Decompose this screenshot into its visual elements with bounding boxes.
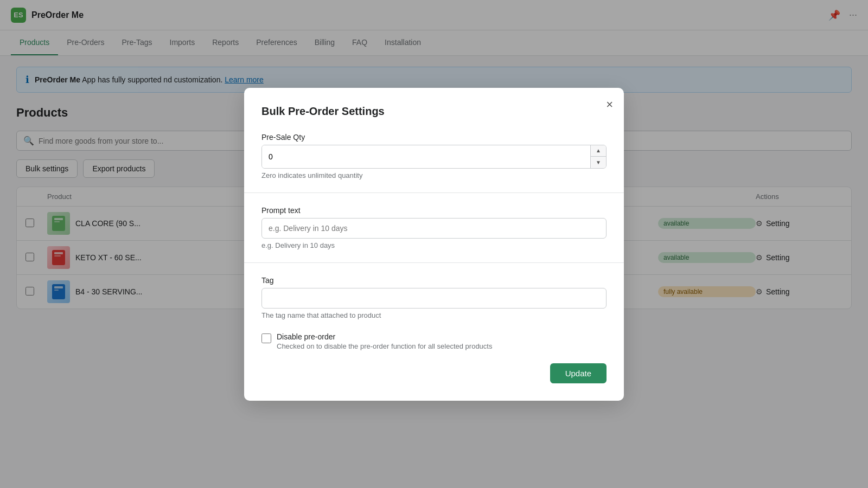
modal-footer: Update xyxy=(261,363,607,383)
presale-qty-hint: Zero indicates unlimited quantity xyxy=(261,171,607,179)
tag-hint: The tag name that attached to product xyxy=(261,311,607,319)
tag-label: Tag xyxy=(261,276,607,285)
prompt-text-input[interactable] xyxy=(261,218,607,239)
disable-preorder-checkbox[interactable] xyxy=(261,333,271,343)
number-spinners: ▲ ▼ xyxy=(590,145,606,168)
divider xyxy=(244,192,624,193)
prompt-text-group: Prompt text e.g. Delivery in 10 days xyxy=(261,206,607,249)
presale-qty-input-wrap: ▲ ▼ xyxy=(261,145,607,169)
presale-qty-group: Pre-Sale Qty ▲ ▼ Zero indicates unlimite… xyxy=(261,133,607,179)
prompt-text-hint: e.g. Delivery in 10 days xyxy=(261,241,607,249)
disable-preorder-title: Disable pre-order xyxy=(277,332,492,341)
modal-close-button[interactable]: × xyxy=(606,99,613,111)
presale-qty-label: Pre-Sale Qty xyxy=(261,133,607,142)
update-button[interactable]: Update xyxy=(550,363,607,383)
bulk-settings-modal: Bulk Pre-Order Settings × Pre-Sale Qty ▲… xyxy=(244,88,624,401)
disable-preorder-label: Disable pre-order Checked on to disable … xyxy=(261,332,607,350)
disable-preorder-group: Disable pre-order Checked on to disable … xyxy=(261,332,607,350)
prompt-text-label: Prompt text xyxy=(261,206,607,215)
divider xyxy=(244,262,624,263)
spinner-up-button[interactable]: ▲ xyxy=(591,145,606,157)
modal-overlay: Bulk Pre-Order Settings × Pre-Sale Qty ▲… xyxy=(0,0,868,488)
tag-group: Tag The tag name that attached to produc… xyxy=(261,276,607,319)
modal-title: Bulk Pre-Order Settings xyxy=(261,105,607,118)
tag-input[interactable] xyxy=(261,288,607,309)
presale-qty-input[interactable] xyxy=(262,145,590,168)
disable-preorder-text: Disable pre-order Checked on to disable … xyxy=(277,332,492,350)
disable-preorder-desc: Checked on to disable the pre-order func… xyxy=(277,342,492,350)
spinner-down-button[interactable]: ▼ xyxy=(591,157,606,168)
